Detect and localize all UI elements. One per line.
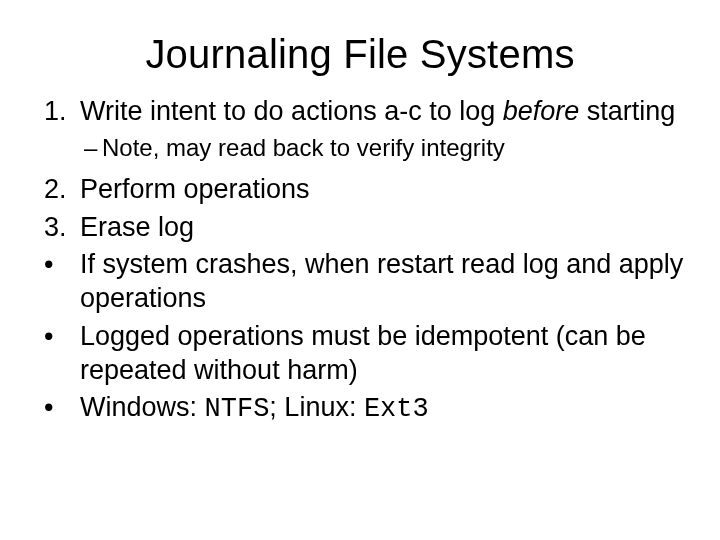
item1-text-em: before bbox=[503, 96, 580, 126]
bullet-1: •If system crashes, when restart read lo… bbox=[30, 248, 690, 316]
dot-marker: • bbox=[44, 320, 80, 354]
list-item-2: 2.Perform operations bbox=[30, 173, 690, 207]
dot-marker: • bbox=[44, 391, 80, 425]
bullet-3: •Windows: NTFS; Linux: Ext3 bbox=[30, 391, 690, 427]
bullet-2-text: Logged operations must be idempotent (ca… bbox=[80, 321, 646, 385]
item3-text: Erase log bbox=[80, 212, 194, 242]
bullet-3-pre: Windows: bbox=[80, 392, 205, 422]
slide: Journaling File Systems 1.Write intent t… bbox=[0, 0, 720, 540]
bullet-1-text: If system crashes, when restart read log… bbox=[80, 249, 683, 313]
item1-text-post: starting bbox=[579, 96, 675, 126]
marker-1: 1. bbox=[44, 95, 80, 129]
item2-text: Perform operations bbox=[80, 174, 310, 204]
slide-title: Journaling File Systems bbox=[30, 32, 690, 77]
dash-marker: – bbox=[84, 133, 102, 163]
bullet-3-mid: ; Linux: bbox=[269, 392, 364, 422]
item1-text-pre: Write intent to do actions a-c to log bbox=[80, 96, 503, 126]
list-item-3: 3.Erase log bbox=[30, 211, 690, 245]
sub-item-1-text: Note, may read back to verify integrity bbox=[102, 134, 505, 161]
bullet-list: •If system crashes, when restart read lo… bbox=[30, 248, 690, 427]
bullet-3-mono1: NTFS bbox=[205, 394, 270, 424]
dot-marker: • bbox=[44, 248, 80, 282]
list-item-1: 1.Write intent to do actions a-c to log … bbox=[30, 95, 690, 129]
sub-item-1: –Note, may read back to verify integrity bbox=[84, 133, 690, 163]
bullet-2: •Logged operations must be idempotent (c… bbox=[30, 320, 690, 388]
marker-2: 2. bbox=[44, 173, 80, 207]
bullet-3-mono2: Ext3 bbox=[364, 394, 429, 424]
main-list: 1.Write intent to do actions a-c to log … bbox=[30, 95, 690, 244]
sub-list-1: –Note, may read back to verify integrity bbox=[30, 133, 690, 163]
marker-3: 3. bbox=[44, 211, 80, 245]
